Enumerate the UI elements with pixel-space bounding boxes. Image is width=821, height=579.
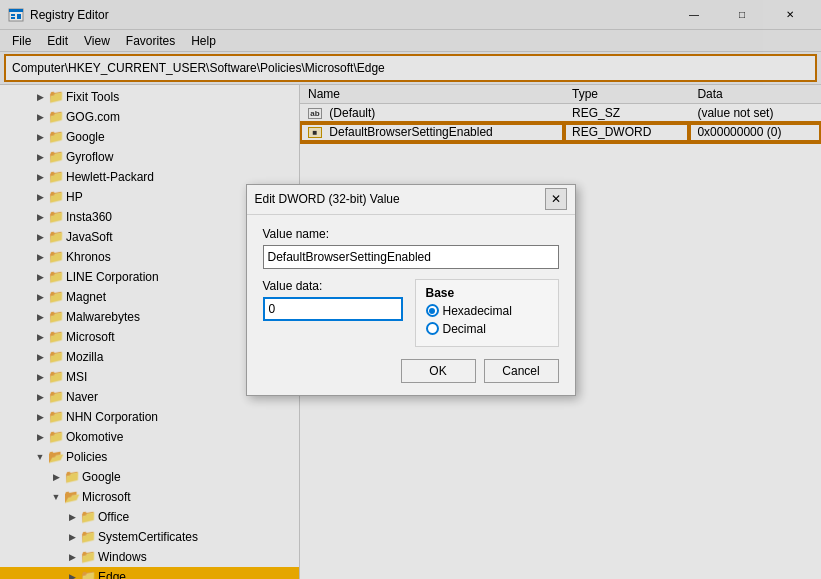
dialog-title: Edit DWORD (32-bit) Value xyxy=(255,192,545,206)
radio-hexadecimal-row[interactable]: Hexadecimal xyxy=(426,304,548,318)
dialog-value-row: Value data: Base Hexadecimal Decimal xyxy=(263,279,559,347)
radio-decimal-row[interactable]: Decimal xyxy=(426,322,548,336)
base-label: Base xyxy=(426,286,548,300)
value-data-input[interactable] xyxy=(263,297,403,321)
value-data-label: Value data: xyxy=(263,279,403,293)
modal-overlay: Edit DWORD (32-bit) Value ✕ Value name: … xyxy=(0,0,821,579)
radio-decimal[interactable] xyxy=(426,322,439,335)
dialog-close-button[interactable]: ✕ xyxy=(545,188,567,210)
radio-hexadecimal-label: Hexadecimal xyxy=(443,304,512,318)
edit-dword-dialog: Edit DWORD (32-bit) Value ✕ Value name: … xyxy=(246,184,576,396)
value-data-section: Value data: xyxy=(263,279,403,347)
cancel-button[interactable]: Cancel xyxy=(484,359,559,383)
ok-button[interactable]: OK xyxy=(401,359,476,383)
value-name-input[interactable] xyxy=(263,245,559,269)
dialog-body: Value name: Value data: Base Hexadecimal… xyxy=(247,215,575,395)
radio-hexadecimal[interactable] xyxy=(426,304,439,317)
radio-decimal-label: Decimal xyxy=(443,322,486,336)
value-name-label: Value name: xyxy=(263,227,559,241)
dialog-buttons: OK Cancel xyxy=(263,359,559,383)
dialog-title-bar: Edit DWORD (32-bit) Value ✕ xyxy=(247,185,575,215)
base-group: Base Hexadecimal Decimal xyxy=(415,279,559,347)
